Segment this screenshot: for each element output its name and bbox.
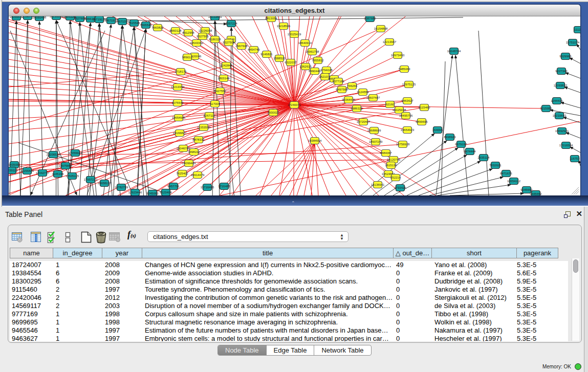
svg-text:1362615: 1362615 <box>299 65 312 68</box>
svg-text:19384554: 19384554 <box>308 139 322 142</box>
svg-text:15751074: 15751074 <box>566 41 580 44</box>
svg-text:2718176: 2718176 <box>175 70 187 73</box>
svg-text:11353594: 11353594 <box>197 126 211 129</box>
svg-text:10973493: 10973493 <box>391 54 405 57</box>
svg-text:20091406: 20091406 <box>33 16 47 19</box>
svg-text:8471676: 8471676 <box>500 172 512 175</box>
svg-text:13226058: 13226058 <box>199 29 212 32</box>
svg-text:6899695: 6899695 <box>416 120 428 123</box>
svg-text:16046789: 16046789 <box>177 147 190 150</box>
svg-text:12923446: 12923446 <box>128 191 142 194</box>
svg-text:15692921: 15692921 <box>555 129 569 133</box>
svg-text:19654985: 19654985 <box>172 116 186 119</box>
svg-text:8878332: 8878332 <box>192 138 205 141</box>
svg-text:10688609: 10688609 <box>367 129 381 132</box>
svg-text:10958137: 10958137 <box>98 182 112 185</box>
svg-text:7625402: 7625402 <box>176 172 188 175</box>
svg-text:7663822: 7663822 <box>151 26 164 29</box>
svg-text:17957223: 17957223 <box>84 178 98 181</box>
svg-text:164095: 164095 <box>432 128 443 132</box>
svg-text:1145194: 1145194 <box>52 172 64 176</box>
svg-text:8990443: 8990443 <box>309 70 321 73</box>
svg-text:8813054: 8813054 <box>265 17 277 20</box>
svg-text:3215955: 3215955 <box>540 107 552 110</box>
svg-text:9245063: 9245063 <box>146 192 159 195</box>
svg-text:252214: 252214 <box>390 176 401 179</box>
svg-text:9242848: 9242848 <box>220 64 232 67</box>
svg-text:18640910: 18640910 <box>298 41 312 45</box>
svg-text:10756928: 10756928 <box>396 143 410 146</box>
svg-text:9794028: 9794028 <box>320 69 333 72</box>
svg-text:9327505: 9327505 <box>197 35 209 38</box>
svg-text:9115460: 9115460 <box>419 106 431 109</box>
svg-text:9457791: 9457791 <box>167 185 180 188</box>
svg-text:12093822: 12093822 <box>554 84 568 87</box>
svg-text:9684067: 9684067 <box>380 151 392 155</box>
svg-text:1435051: 1435051 <box>9 163 20 166</box>
svg-text:6497568: 6497568 <box>336 88 348 91</box>
svg-text:2986322: 2986322 <box>351 107 363 110</box>
svg-text:7632621: 7632621 <box>489 164 502 167</box>
svg-text:8267110: 8267110 <box>204 114 216 117</box>
svg-text:20206526: 20206526 <box>47 153 60 156</box>
svg-text:9377169: 9377169 <box>332 80 344 83</box>
svg-text:14099489: 14099489 <box>182 162 196 165</box>
svg-text:12213369: 12213369 <box>171 85 185 89</box>
svg-text:20364436: 20364436 <box>342 98 356 101</box>
svg-text:7515546: 7515546 <box>128 21 140 25</box>
svg-text:18236027: 18236027 <box>50 16 63 18</box>
svg-text:8427552: 8427552 <box>214 90 226 93</box>
svg-text:9474444: 9474444 <box>464 150 476 153</box>
svg-text:8123404: 8123404 <box>160 191 172 194</box>
svg-text:12975125: 12975125 <box>402 83 416 86</box>
svg-text:14120746: 14120746 <box>387 158 401 161</box>
svg-text:16648784: 16648784 <box>447 50 461 53</box>
svg-text:9227343: 9227343 <box>555 70 568 73</box>
svg-text:9245652: 9245652 <box>520 188 533 191</box>
svg-text:6679197: 6679197 <box>455 143 467 146</box>
svg-text:1733426: 1733426 <box>394 186 406 189</box>
svg-text:11156829: 11156829 <box>20 169 34 172</box>
svg-text:19218506: 19218506 <box>277 25 291 28</box>
svg-text:8454749: 8454749 <box>248 48 260 51</box>
svg-text:9146821: 9146821 <box>260 53 273 56</box>
svg-text:17359924: 17359924 <box>69 151 82 155</box>
svg-text:16671355: 16671355 <box>116 20 129 23</box>
svg-text:16782759: 16782759 <box>115 186 128 189</box>
svg-text:10654112: 10654112 <box>507 180 521 183</box>
svg-text:2967608: 2967608 <box>235 45 248 48</box>
svg-text:1615132: 1615132 <box>385 164 397 167</box>
svg-text:1588520: 1588520 <box>273 57 286 60</box>
svg-text:2935114: 2935114 <box>478 156 490 159</box>
svg-text:8912954: 8912954 <box>182 31 194 34</box>
svg-text:12342737: 12342737 <box>36 171 50 174</box>
svg-text:3124554: 3124554 <box>357 91 369 94</box>
svg-text:746266: 746266 <box>347 84 358 87</box>
svg-text:1244415: 1244415 <box>551 99 563 102</box>
svg-text:12213967: 12213967 <box>383 40 397 43</box>
svg-text:3498222: 3498222 <box>188 150 200 154</box>
svg-text:7485063: 7485063 <box>398 68 410 71</box>
svg-text:8938923: 8938923 <box>444 136 456 139</box>
svg-text:7955812: 7955812 <box>312 59 324 62</box>
svg-text:10607487: 10607487 <box>366 96 380 99</box>
svg-text:16154808: 16154808 <box>374 27 388 30</box>
svg-text:16914479: 16914479 <box>191 173 205 177</box>
svg-text:2803144: 2803144 <box>217 77 230 80</box>
svg-text:15716485: 15716485 <box>201 186 214 189</box>
svg-text:14136941: 14136941 <box>371 183 385 186</box>
svg-text:7565546: 7565546 <box>140 24 152 27</box>
svg-text:2930027: 2930027 <box>267 111 279 114</box>
svg-text:13654923: 13654923 <box>401 128 415 132</box>
svg-text:8186328: 8186328 <box>209 38 221 41</box>
svg-text:10210643: 10210643 <box>553 114 567 117</box>
svg-text:1716485: 1716485 <box>218 185 230 188</box>
svg-text:9445652: 9445652 <box>530 192 542 195</box>
svg-text:18495756: 18495756 <box>399 114 413 117</box>
svg-text:8660124: 8660124 <box>169 29 182 32</box>
svg-text:6322037: 6322037 <box>285 61 297 64</box>
svg-text:2087682: 2087682 <box>364 17 376 20</box>
svg-text:1075542: 1075542 <box>171 101 184 104</box>
svg-text:16033809: 16033809 <box>208 16 222 18</box>
svg-text:989012: 989012 <box>182 56 193 59</box>
